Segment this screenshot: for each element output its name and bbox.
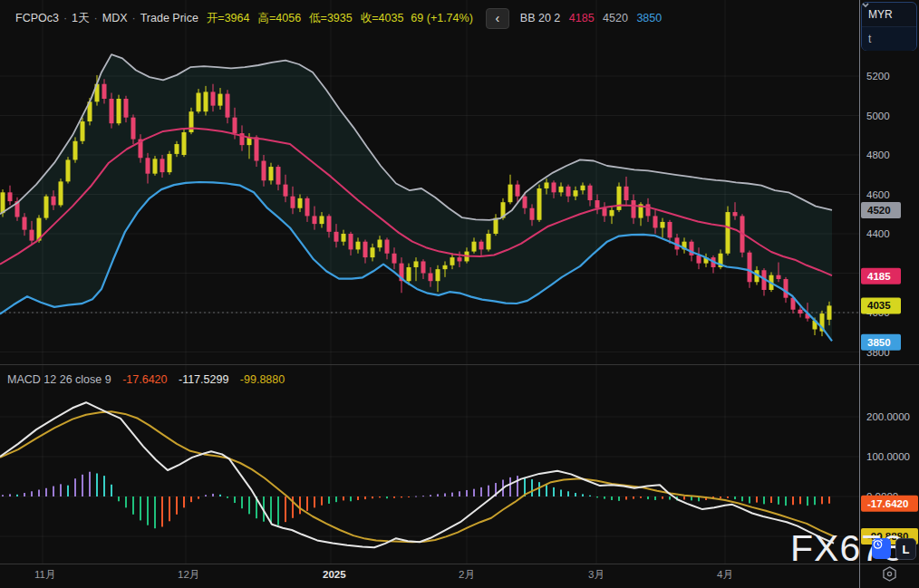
- svg-text:5200: 5200: [866, 71, 890, 82]
- svg-text:200.0000: 200.0000: [866, 411, 910, 422]
- exchange-label: MDX: [102, 12, 128, 24]
- price-badge: -17.6420: [861, 496, 918, 512]
- macd-hist-value: -17.6420: [122, 373, 167, 386]
- alert-button[interactable]: [872, 538, 891, 559]
- separator-dot: ·: [94, 12, 98, 24]
- macd-line-value: -117.5299: [179, 373, 228, 386]
- time-tick-label: 2月: [459, 569, 475, 580]
- svg-text:100.0000: 100.0000: [866, 451, 910, 462]
- open-value: 开=3964: [207, 11, 250, 26]
- time-tick-label: 3月: [588, 569, 605, 580]
- unit-select[interactable]: t: [862, 26, 916, 51]
- chevron-down-icon: [862, 3, 869, 7]
- currency-select[interactable]: MYR: [862, 3, 916, 26]
- axis-settings-gear-icon[interactable]: [881, 565, 901, 585]
- collapse-toolbar-button[interactable]: ‹: [486, 8, 509, 29]
- price-badge: 4035: [861, 297, 901, 313]
- bb-upper-value: 4185: [569, 12, 595, 24]
- svg-text:4035: 4035: [867, 300, 891, 311]
- chart-canvas[interactable]: 5200500048004600440040003800200.0000100.…: [0, 0, 919, 588]
- svg-text:4600: 4600: [866, 189, 890, 200]
- time-tick-label: 4月: [717, 569, 733, 580]
- interval-label[interactable]: 1天: [72, 11, 89, 26]
- svg-text:3850: 3850: [867, 337, 891, 348]
- low-value: 低=3935: [309, 11, 353, 26]
- change-value: 69 (+1.74%): [411, 12, 472, 24]
- logo-button[interactable]: L: [895, 538, 916, 560]
- time-tick-label: 2025: [323, 569, 346, 580]
- svg-text:4520: 4520: [867, 205, 891, 216]
- macd-header[interactable]: MACD 12 26 close 9 -17.6420 -117.5299 -9…: [7, 373, 285, 386]
- bb-indicator-label[interactable]: BB 20 2 4185 4520 3850: [520, 12, 662, 24]
- symbol-name[interactable]: FCPOc3: [15, 12, 59, 24]
- chart-window: 5200500048004600440040003800200.0000100.…: [0, 0, 919, 588]
- separator-dot: ·: [132, 12, 136, 24]
- time-tick-label: 11月: [34, 569, 55, 580]
- unit-value: t: [868, 33, 871, 45]
- series-type-label: Trade Price: [140, 12, 198, 24]
- svg-text:-17.6420: -17.6420: [867, 498, 908, 509]
- time-tick-label: 12月: [178, 569, 199, 580]
- alarm-clock-icon: [872, 538, 884, 550]
- macd-signal-value: -99.8880: [240, 373, 285, 386]
- price-badge: 3850: [861, 334, 901, 351]
- high-value: 高=4056: [257, 11, 301, 26]
- price-badge: 4185: [861, 268, 901, 284]
- macd-label: MACD 12 26 close 9: [7, 373, 111, 386]
- svg-text:4800: 4800: [866, 149, 890, 160]
- separator-dot: ·: [63, 12, 67, 24]
- symbol-header: FCPOc3 · 1天 · MDX · Trade Price 开=3964 高…: [15, 9, 662, 27]
- svg-text:4400: 4400: [866, 228, 890, 239]
- svg-text:4185: 4185: [867, 271, 891, 282]
- bb-basis-value: 4520: [603, 12, 628, 24]
- close-value: 收=4035: [361, 11, 404, 26]
- currency-widget: MYR t: [861, 2, 917, 51]
- price-badge: 4520: [861, 202, 901, 218]
- bb-lower-value: 3850: [636, 12, 662, 24]
- svg-text:5000: 5000: [866, 111, 890, 121]
- currency-value: MYR: [868, 8, 893, 21]
